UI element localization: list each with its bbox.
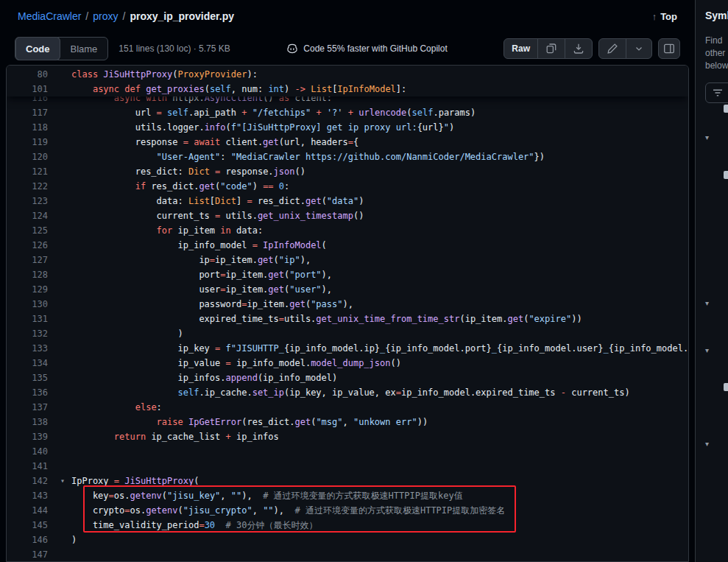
line-number[interactable]: 118 (7, 120, 54, 135)
breadcrumb: MediaCrawler / proxy / proxy_ip_provider… (0, 0, 695, 32)
line-number[interactable]: 137 (7, 400, 54, 415)
edit-file-button[interactable] (599, 39, 626, 58)
line-number[interactable]: 141 (7, 459, 54, 474)
line-number[interactable]: 129 (7, 282, 54, 297)
code-text: else: (71, 400, 162, 415)
edit-dropdown-button[interactable] (626, 39, 651, 58)
code-line: 131 expired_time_ts=utils.get_unix_time_… (7, 312, 688, 326)
code-line: 143 key=os.getenv("jisu_key", ""), # 通过环… (7, 488, 688, 503)
copy-raw-button[interactable] (537, 39, 565, 58)
symbol-section-chevron-icon[interactable]: ▾ (705, 345, 709, 356)
line-number[interactable]: 101 (7, 82, 54, 96)
fold-chevron-icon[interactable]: ▾ (54, 474, 71, 488)
fold-gutter (54, 400, 71, 415)
code-line: 147 (7, 547, 688, 562)
code-line: 142▾IpProxy = JiSuHttpProxy( (7, 474, 688, 488)
code-text: IpProxy = JiSuHttpProxy( (71, 474, 199, 488)
download-raw-button[interactable] (565, 39, 592, 58)
code-line: 124 current_ts = utils.get_unix_timestam… (7, 208, 688, 223)
breadcrumb-folder-link[interactable]: proxy (93, 10, 118, 22)
line-number[interactable]: 138 (7, 415, 54, 429)
symbols-panel-toggle-icon (663, 43, 675, 55)
line-number[interactable]: 139 (7, 429, 54, 444)
tab-code[interactable]: Code (15, 37, 60, 60)
code-viewport[interactable]: 80class JiSuHttpProxy(ProxyProvider):101… (6, 65, 689, 562)
fold-gutter (54, 488, 71, 503)
breadcrumb-separator: / (122, 10, 125, 22)
code-text: ) (71, 326, 183, 341)
symbol-section-chevron-icon[interactable]: ▾ (705, 298, 709, 309)
code-text: res_dict: Dict = response.json() (71, 164, 305, 179)
line-number[interactable]: 135 (7, 370, 54, 385)
line-number[interactable]: 119 (7, 135, 54, 150)
symbol-section-chevron-icon[interactable]: ▾ (705, 438, 709, 450)
code-line: 122 if res_dict.get("code") == 0: (7, 179, 688, 194)
code-text: ip=ip_item.get("ip"), (71, 253, 311, 267)
fold-gutter (54, 164, 71, 179)
toolbar-actions: Raw (503, 38, 680, 59)
fold-gutter (54, 326, 71, 341)
code-text: for ip_item in data: (71, 223, 263, 238)
line-number[interactable]: 120 (7, 150, 54, 164)
breadcrumb-repo-link[interactable]: MediaCrawler (18, 10, 81, 22)
fold-gutter (54, 429, 71, 444)
line-number[interactable]: 122 (7, 179, 54, 194)
line-number[interactable]: 142 (7, 474, 54, 488)
breadcrumb-filename: proxy_ip_provider.py (130, 10, 234, 22)
line-number[interactable]: 131 (7, 312, 54, 326)
line-number[interactable]: 147 (7, 547, 54, 562)
code-line: 101 async def get_proxies(self, num: int… (7, 82, 688, 96)
line-number[interactable]: 124 (7, 208, 54, 223)
line-number[interactable]: 143 (7, 488, 54, 503)
fold-gutter (54, 194, 71, 208)
fold-gutter (54, 282, 71, 297)
symbol-section-chevron-icon[interactable]: ▾ (705, 132, 709, 144)
code-line: 135 ip_infos.append(ip_info_model) (7, 370, 688, 385)
fold-gutter (54, 370, 71, 385)
code-line: 118 utils.logger.info(f"[JiSuHttpProxy] … (7, 120, 688, 135)
line-number[interactable]: 117 (7, 105, 54, 120)
code-line: 136 self.ip_cache.set_ip(ip_key, ip_valu… (7, 385, 688, 400)
line-number[interactable]: 127 (7, 253, 54, 267)
line-number[interactable]: 134 (7, 356, 54, 370)
fold-gutter (54, 253, 71, 267)
line-number[interactable]: 123 (7, 194, 54, 208)
code-line: 134 ip_value = ip_info_model.model_dump_… (7, 356, 688, 370)
main-column: MediaCrawler / proxy / proxy_ip_provider… (0, 0, 695, 562)
line-number[interactable]: 128 (7, 267, 54, 282)
fold-gutter (54, 444, 71, 459)
symbols-panel-toggle-button[interactable] (658, 38, 680, 59)
copilot-banner: Code 55% faster with GitHub Copilot (286, 43, 447, 55)
raw-button[interactable]: Raw (504, 39, 537, 58)
breadcrumb-separator: / (85, 10, 88, 22)
line-number[interactable]: 144 (7, 503, 54, 518)
code-text: ip_value = ip_info_model.model_dump_json… (71, 356, 401, 370)
code-line: 133 ip_key = f"JISUHTTP_{ip_info_model.i… (7, 341, 688, 356)
line-number[interactable]: 130 (7, 297, 54, 312)
copy-icon (545, 43, 557, 55)
line-number[interactable]: 126 (7, 238, 54, 253)
line-number[interactable]: 140 (7, 444, 54, 459)
code-line: 139 return ip_cache_list + ip_infos (7, 429, 688, 444)
fold-gutter (54, 533, 71, 547)
line-number[interactable]: 132 (7, 326, 54, 341)
code-line: 123 data: List[Dict] = res_dict.get("dat… (7, 194, 688, 208)
line-number[interactable]: 146 (7, 533, 54, 547)
scroll-to-top-button[interactable]: ↑ Top (652, 11, 677, 22)
line-number[interactable]: 145 (7, 518, 54, 533)
line-number[interactable]: 136 (7, 385, 54, 400)
line-number[interactable]: 80 (7, 67, 54, 82)
line-number[interactable]: 121 (7, 164, 54, 179)
code-text: "User-Agent": "MediaCrawler https://gith… (71, 150, 545, 164)
code-text: key=os.getenv("jisu_key", ""), # 通过环境变量的… (71, 488, 463, 503)
code-line: 132 ) (7, 326, 688, 341)
line-number[interactable]: 133 (7, 341, 54, 356)
tab-blame[interactable]: Blame (60, 37, 108, 60)
code-line: 146) (7, 533, 688, 547)
code-line: 126 ip_info_model = IpInfoModel( (7, 238, 688, 253)
file-toolbar: Code Blame 151 lines (130 loc) · 5.75 KB… (6, 32, 689, 65)
fold-gutter (54, 150, 71, 164)
symbol-item-clipped (724, 105, 728, 113)
fold-gutter (54, 105, 71, 120)
line-number[interactable]: 125 (7, 223, 54, 238)
